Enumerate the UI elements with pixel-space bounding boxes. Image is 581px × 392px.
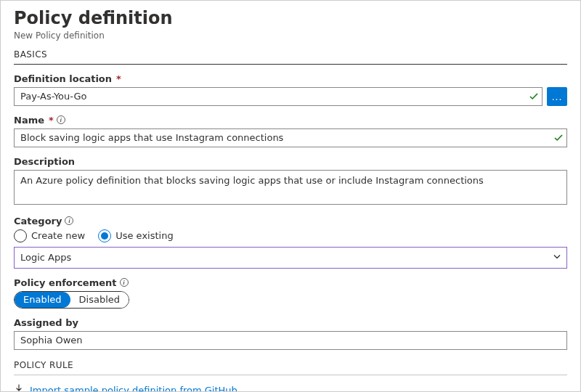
label-text: Name: [14, 115, 44, 126]
info-icon[interactable]: i: [120, 278, 129, 287]
page-title: Policy definition: [14, 8, 567, 29]
enforcement-toggle[interactable]: Enabled Disabled: [14, 291, 129, 309]
required-asterisk: *: [116, 73, 121, 84]
radio-label: Use existing: [115, 230, 173, 241]
page-subtitle: New Policy definition: [14, 30, 567, 41]
section-basics-header: BASICS: [14, 49, 567, 65]
field-policy-enforcement: Policy enforcement i Enabled Disabled: [14, 277, 567, 309]
definition-location-input-wrap: [14, 87, 543, 106]
label-description: Description: [14, 156, 567, 167]
field-definition-location: Definition location * ...: [14, 73, 567, 106]
name-input[interactable]: [14, 128, 567, 147]
label-text: Category: [14, 216, 62, 226]
description-input[interactable]: [14, 170, 567, 205]
label-definition-location: Definition location *: [14, 73, 567, 84]
label-category: Category i: [14, 216, 567, 226]
toggle-disabled[interactable]: Disabled: [70, 292, 129, 308]
browse-location-button[interactable]: ...: [547, 87, 567, 106]
policy-definition-panel: Policy definition New Policy definition …: [0, 0, 581, 392]
download-icon: [14, 384, 24, 392]
toggle-enabled[interactable]: Enabled: [15, 292, 70, 308]
field-category: Category i Create new Use existing: [14, 216, 567, 269]
ellipsis-icon: ...: [552, 91, 563, 102]
category-select[interactable]: [14, 247, 567, 269]
required-asterisk: *: [49, 115, 54, 126]
field-name: Name * i: [14, 115, 567, 147]
definition-location-input[interactable]: [14, 87, 543, 106]
label-name: Name * i: [14, 115, 567, 126]
radio-label: Create new: [31, 230, 85, 241]
radio-use-existing[interactable]: Use existing: [98, 229, 173, 242]
assigned-by-input[interactable]: [14, 331, 567, 350]
import-link-text: Import sample policy definition from Git…: [30, 385, 237, 392]
radio-create-new[interactable]: Create new: [14, 229, 85, 242]
label-text: Definition location: [14, 73, 112, 84]
info-icon[interactable]: i: [65, 216, 73, 225]
info-icon[interactable]: i: [57, 115, 65, 124]
radio-icon: [98, 229, 111, 242]
label-policy-enforcement: Policy enforcement i: [14, 277, 567, 288]
field-description: Description: [14, 156, 567, 207]
label-assigned-by: Assigned by: [14, 317, 567, 328]
field-assigned-by: Assigned by: [14, 317, 567, 350]
section-policy-rule-header: POLICY RULE: [14, 360, 567, 375]
label-text: Policy enforcement: [14, 277, 117, 288]
radio-icon: [14, 229, 27, 242]
import-sample-link[interactable]: Import sample policy definition from Git…: [14, 384, 237, 392]
